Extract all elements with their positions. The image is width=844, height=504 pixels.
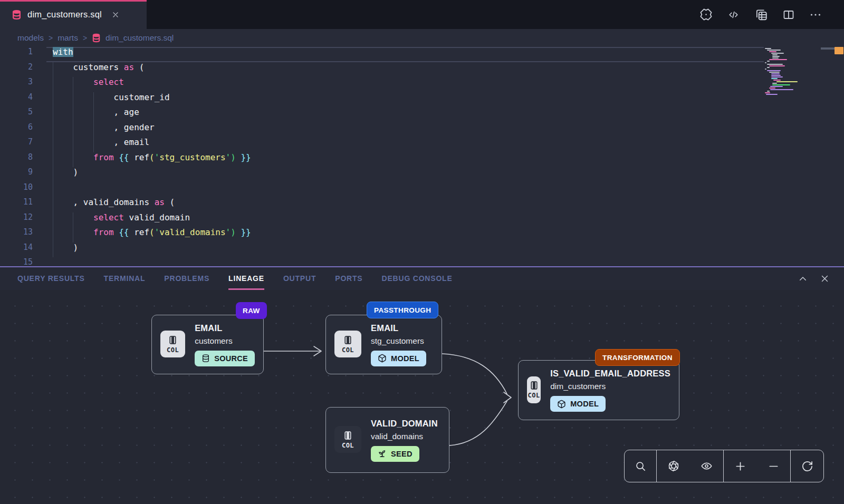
columns-icon — [167, 335, 178, 346]
line-number: 7 — [0, 137, 33, 152]
breadcrumb-separator: > — [49, 34, 53, 42]
close-tab-icon[interactable] — [112, 11, 119, 18]
database-icon — [202, 354, 210, 363]
breadcrumb-separator: > — [83, 34, 87, 42]
lineage-canvas[interactable]: RAW COL EMAIL customers SOURCE PASSTHROU… — [0, 290, 844, 504]
line-number: 8 — [0, 152, 33, 168]
line-number: 6 — [0, 122, 33, 138]
node-title: EMAIL — [195, 323, 255, 333]
line-numbers: 123456789101112131415 — [0, 47, 33, 266]
column-chip: COL — [160, 331, 185, 357]
panel-tab-output[interactable]: OUTPUT — [283, 267, 316, 290]
line-number: 3 — [0, 77, 33, 92]
dbt-logo-icon[interactable] — [699, 8, 713, 21]
line-number: 2 — [0, 62, 33, 77]
search-icon[interactable] — [625, 450, 656, 482]
breadcrumb-item-marts[interactable]: marts — [57, 33, 78, 43]
sprout-icon — [378, 449, 387, 458]
code-line: , valid_domains as ( — [53, 197, 251, 212]
panel-tabs: QUERY RESULTSTERMINALPROBLEMSLINEAGEOUTP… — [0, 267, 844, 290]
panel-tab-lineage[interactable]: LINEAGE — [228, 267, 264, 290]
zoom-out-icon[interactable] — [757, 450, 790, 482]
column-chip: COL — [527, 376, 541, 403]
line-number: 15 — [0, 257, 33, 266]
line-number: 1 — [0, 47, 33, 62]
copy-table-icon[interactable] — [754, 8, 768, 22]
collapse-panel-icon[interactable] — [798, 274, 808, 284]
aperture-icon[interactable] — [657, 450, 690, 482]
code-icon[interactable] — [727, 9, 740, 21]
badge-raw: RAW — [236, 302, 267, 319]
code-line: from {{ ref('stg_customers') }} — [53, 152, 251, 168]
lineage-node-customers-email[interactable]: COL EMAIL customers SOURCE — [151, 315, 264, 374]
eye-icon[interactable] — [690, 450, 723, 482]
code-line: customer_id — [53, 92, 251, 108]
more-icon[interactable] — [809, 8, 822, 21]
lineage-toolbar — [624, 450, 824, 482]
database-icon — [12, 9, 22, 20]
code-line: ) — [53, 167, 251, 182]
code-line — [53, 257, 251, 266]
code-line: select — [53, 77, 251, 92]
titlebar-actions — [699, 0, 844, 29]
close-panel-icon[interactable] — [820, 274, 829, 283]
seed-badge: SEED — [371, 446, 419, 462]
model-badge: MODEL — [550, 396, 606, 412]
panel-tab-ports[interactable]: PORTS — [335, 267, 362, 290]
breadcrumb-item-models[interactable]: models — [17, 33, 44, 43]
code-line: ) — [53, 243, 251, 258]
code-line — [53, 182, 251, 198]
panel-actions — [798, 267, 844, 290]
columns-icon — [529, 380, 540, 391]
code-line: from {{ ref('valid_domains') }} — [53, 227, 251, 243]
scrollbar-shadow — [821, 47, 835, 50]
node-title: VALID_DOMAIN — [371, 419, 438, 429]
panel-tab-query-results[interactable]: QUERY RESULTS — [17, 267, 85, 290]
column-chip: COL — [334, 426, 361, 453]
line-number: 13 — [0, 227, 33, 243]
line-number: 11 — [0, 197, 33, 212]
code-line: with — [53, 47, 251, 62]
code-editor[interactable]: 123456789101112131415 with customers as … — [0, 47, 844, 266]
lineage-node-stg-customers-email[interactable]: COL EMAIL stg_customers MODEL — [325, 315, 442, 374]
code-line: , email — [53, 137, 251, 152]
node-title: IS_VALID_EMAIL_ADDRESS — [550, 369, 670, 379]
model-badge: MODEL — [371, 351, 426, 366]
source-badge: SOURCE — [195, 351, 255, 366]
node-subtitle: customers — [195, 336, 255, 346]
code-lines: with customers as ( select customer_id ,… — [53, 47, 251, 266]
code-line: , age — [53, 107, 251, 122]
bottom-panel: QUERY RESULTSTERMINALPROBLEMSLINEAGEOUTP… — [0, 266, 844, 504]
database-icon — [92, 33, 101, 43]
columns-icon — [342, 430, 353, 441]
node-subtitle: valid_domains — [371, 432, 438, 441]
column-chip: COL — [334, 331, 361, 357]
minimap[interactable] — [765, 48, 816, 95]
panel-tab-problems[interactable]: PROBLEMS — [164, 267, 209, 290]
titlebar: dim_customers.sql — [0, 0, 844, 29]
breadcrumb-item-file[interactable]: dim_customers.sql — [106, 33, 174, 43]
editor-tab-dim-customers[interactable]: dim_customers.sql — [0, 0, 147, 29]
line-number: 4 — [0, 92, 33, 108]
refresh-icon[interactable] — [791, 450, 823, 482]
lineage-node-dim-customers[interactable]: COL IS_VALID_EMAIL_ADDRESS dim_customers… — [518, 360, 679, 420]
zoom-in-icon[interactable] — [724, 450, 757, 482]
lineage-node-valid-domains[interactable]: COL VALID_DOMAIN valid_domains SEED — [325, 407, 449, 473]
app-window: dim_customers.sql models > — [0, 0, 844, 504]
columns-icon — [342, 335, 353, 346]
badge-passthrough: PASSTHROUGH — [367, 302, 438, 318]
line-number: 12 — [0, 212, 33, 228]
code-line: select valid_domain — [53, 212, 251, 228]
panel-tab-terminal[interactable]: TERMINAL — [104, 267, 146, 290]
line-number: 14 — [0, 243, 33, 258]
minimap-marker[interactable] — [835, 47, 843, 54]
panel-tab-debug-console[interactable]: DEBUG CONSOLE — [382, 267, 453, 290]
cube-icon — [557, 400, 566, 409]
code-line: customers as ( — [53, 62, 251, 77]
node-subtitle: dim_customers — [550, 382, 670, 391]
split-editor-icon[interactable] — [782, 8, 795, 21]
node-subtitle: stg_customers — [371, 336, 426, 346]
badge-transformation: TRANSFORMATION — [595, 349, 680, 366]
line-number: 9 — [0, 167, 33, 182]
node-title: EMAIL — [371, 323, 426, 333]
